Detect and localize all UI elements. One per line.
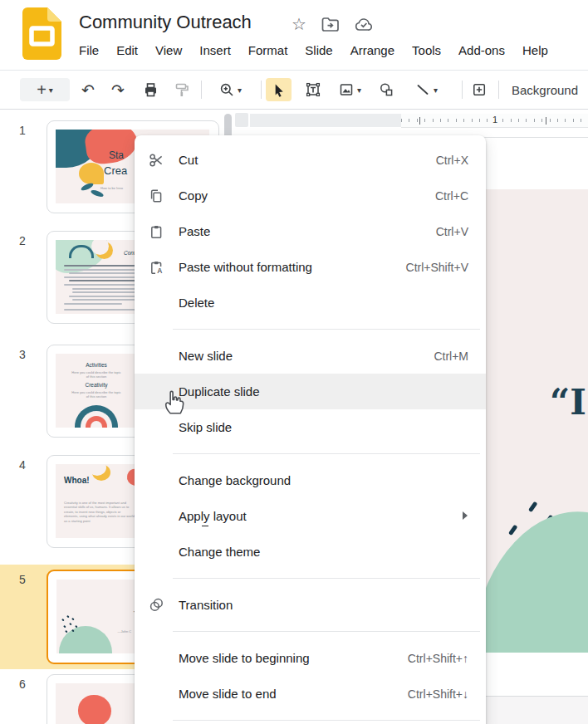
undo-icon: ↶ — [81, 82, 95, 98]
new-slide-button[interactable]: + ▾ — [20, 78, 70, 101]
menu-item-transition[interactable]: Transition — [135, 587, 486, 623]
ruler-margin-zone — [250, 114, 401, 127]
zoom-button[interactable]: ▾ — [209, 78, 251, 101]
slide-6-number: 6 — [13, 678, 32, 691]
insert-comment-button[interactable] — [467, 78, 492, 101]
menu-arrange[interactable]: Arrange — [350, 43, 394, 57]
ruler-mark-1: 1 — [492, 115, 497, 125]
redo-icon: ↷ — [111, 82, 125, 98]
menu-item-duplicate-slide[interactable]: Duplicate slide — [135, 374, 486, 409]
slide-1-title-line1: Sta — [109, 149, 124, 161]
ruler-corner — [235, 113, 248, 127]
slide-5-attribution: —John C — [118, 629, 132, 634]
menu-item-skip-slide[interactable]: Skip slide — [135, 409, 486, 445]
slide-3-caption-2: Here you could describe the topic of thi… — [71, 390, 121, 399]
menu-tools[interactable]: Tools — [412, 43, 441, 57]
yellow-flower-shape — [79, 163, 104, 184]
paint-format-button[interactable] — [169, 78, 194, 101]
move-folder-icon[interactable] — [321, 17, 339, 32]
insert-line-button[interactable]: ▾ — [405, 78, 447, 101]
menu-help[interactable]: Help — [522, 43, 548, 57]
submenu-arrow-icon — [463, 511, 468, 520]
undo-button[interactable]: ↶ — [76, 78, 100, 101]
menu-addons[interactable]: Add-ons — [458, 43, 505, 57]
zoom-in-icon — [218, 81, 235, 98]
paste-icon — [149, 224, 179, 239]
svg-text:A: A — [157, 267, 162, 275]
coral-circle-shape — [78, 695, 111, 724]
hand-cursor-icon — [161, 387, 186, 415]
menu-divider — [173, 720, 480, 721]
chevron-down-icon: ▾ — [434, 86, 438, 95]
rainbow-shape — [75, 405, 118, 428]
menu-divider — [173, 453, 480, 454]
cloud-saved-icon[interactable] — [355, 17, 374, 32]
slide-3-caption-1: Here you could describe the topic of thi… — [71, 370, 121, 379]
image-icon — [338, 81, 355, 98]
menu-item-move-slide-to-end[interactable]: Move slide to end Ctrl+Shift+↓ — [135, 676, 486, 712]
star-icon[interactable]: ☆ — [292, 14, 306, 34]
menu-item-apply-layout[interactable]: Apply layout — [135, 498, 486, 534]
slide-2-number: 2 — [13, 234, 32, 247]
chevron-down-icon: ▾ — [238, 86, 242, 95]
menu-slide[interactable]: Slide — [305, 43, 332, 57]
menu-file[interactable]: File — [79, 43, 99, 57]
background-button[interactable]: Background — [505, 78, 585, 101]
slide-quote-text[interactable]: “I — [550, 382, 586, 423]
print-button[interactable] — [138, 78, 163, 101]
menu-item-paste[interactable]: Paste Ctrl+V — [135, 213, 486, 249]
text-box-icon — [305, 81, 321, 98]
shape-icon — [378, 81, 394, 98]
menu-divider — [173, 578, 480, 579]
transition-icon — [149, 597, 179, 613]
menu-format[interactable]: Format — [248, 43, 288, 57]
comment-plus-icon — [471, 81, 488, 98]
google-slides-logo[interactable] — [22, 7, 61, 60]
menu-item-change-background[interactable]: Change background — [135, 462, 486, 498]
copy-icon — [149, 188, 179, 203]
redo-button[interactable]: ↷ — [106, 78, 130, 101]
menu-view[interactable]: View — [155, 43, 182, 57]
paste-without-formatting-icon: A — [149, 260, 179, 275]
menu-item-copy[interactable]: Copy Ctrl+C — [135, 178, 486, 213]
paint-format-icon — [174, 81, 190, 98]
menu-divider — [173, 329, 480, 330]
menu-insert[interactable]: Insert — [199, 43, 231, 57]
menubar: File Edit View Insert Format Slide Arran… — [79, 43, 588, 57]
insert-shape-button[interactable] — [374, 78, 399, 101]
menu-edit[interactable]: Edit — [116, 43, 138, 57]
scissors-icon — [149, 153, 179, 168]
chevron-down-icon: ▾ — [357, 86, 361, 95]
chevron-down-icon: ▾ — [49, 86, 53, 95]
menu-item-delete[interactable]: Delete — [135, 285, 486, 320]
print-icon — [142, 81, 159, 98]
slide-3-heading-1: Activities — [59, 362, 134, 368]
menu-item-new-slide[interactable]: New slide Ctrl+M — [135, 338, 486, 374]
menu-item-change-theme[interactable]: Change theme — [135, 534, 486, 570]
slide-5-number: 5 — [13, 573, 32, 586]
menu-divider — [173, 631, 480, 632]
plus-icon: + — [37, 81, 47, 100]
slide-3-number: 3 — [13, 348, 32, 361]
menu-item-move-slide-to-beginning[interactable]: Move slide to beginning Ctrl+Shift+↑ — [135, 640, 486, 676]
slide-context-menu: Cut Ctrl+X Copy Ctrl+C Paste Ctrl+V A Pa… — [135, 135, 486, 724]
ruler: 1 — [401, 114, 588, 128]
mnemonic-underline — [202, 526, 208, 526]
cursor-arrow-icon — [271, 82, 287, 98]
google-slides-window: Community Outreach ☆ File Edit View Inse… — [0, 0, 588, 724]
slide-4-number: 4 — [13, 458, 32, 472]
slide-4-body: Creativity is one of the most important … — [64, 501, 135, 523]
slide-4-heading: Whoa! — [64, 476, 90, 485]
menu-item-paste-without-formatting[interactable]: A Paste without formatting Ctrl+Shift+V — [135, 249, 486, 285]
slide-3-heading-2: Creativity — [59, 382, 134, 388]
select-tool-button[interactable] — [266, 78, 292, 101]
green-blob-shape — [59, 626, 112, 653]
menu-item-cut[interactable]: Cut Ctrl+X — [135, 142, 486, 178]
document-title[interactable]: Community Outreach — [79, 12, 252, 33]
insert-image-button[interactable]: ▾ — [331, 78, 369, 101]
line-icon — [414, 81, 431, 98]
slide-1-number: 1 — [13, 124, 32, 137]
slide-1-caption: How to be Inno — [100, 186, 123, 190]
slide-1-title-line2: Crea — [104, 164, 127, 177]
text-box-button[interactable] — [301, 78, 326, 101]
